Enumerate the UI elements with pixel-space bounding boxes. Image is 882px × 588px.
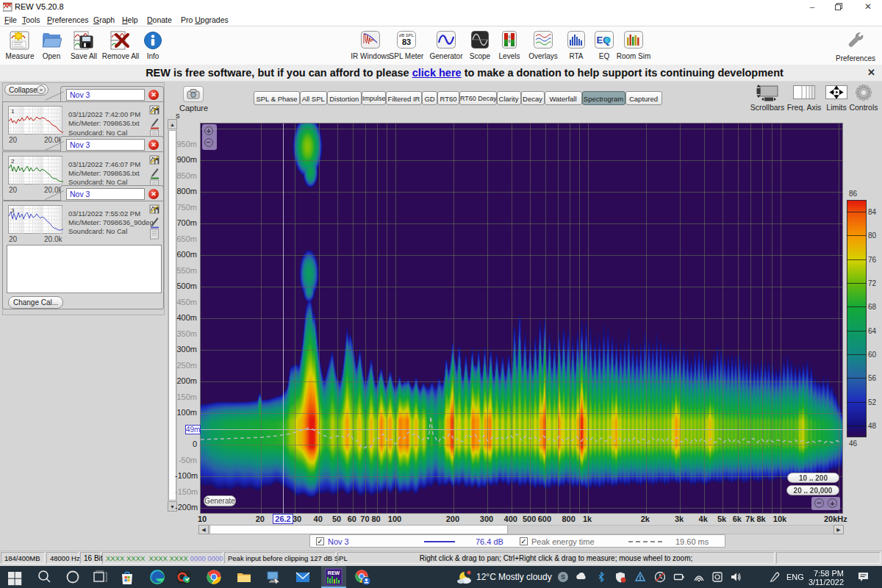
svg-text:3: 3 bbox=[11, 207, 15, 214]
svg-text:2: 2 bbox=[11, 158, 15, 165]
svg-text:9: 9 bbox=[509, 39, 511, 43]
svg-text:83: 83 bbox=[402, 37, 411, 46]
svg-text:S: S bbox=[561, 573, 565, 581]
svg-text:1: 1 bbox=[11, 108, 15, 115]
svg-text:REW: REW bbox=[328, 570, 340, 576]
